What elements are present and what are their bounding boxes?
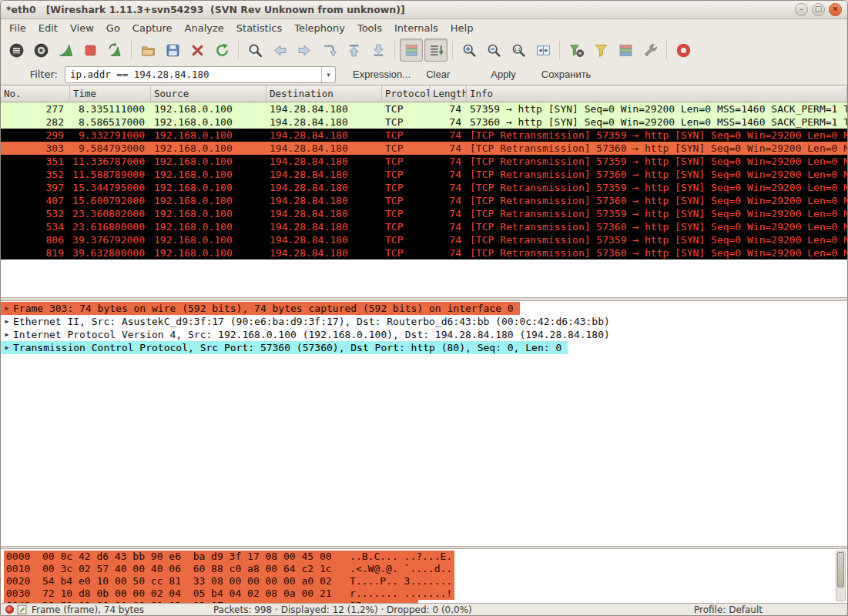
packet-row[interactable]: 80639.376792000192.168.0.100194.28.84.18… — [1, 233, 847, 246]
hex-row[interactable]: 0030 72 10 d8 0b 00 00 02 04 05 b4 04 02… — [4, 588, 847, 600]
save-file-icon[interactable] — [161, 38, 184, 62]
reload-icon[interactable] — [210, 38, 233, 62]
menu-capture[interactable]: Capture — [126, 21, 179, 35]
detail-row-ip[interactable]: ▶Internet Protocol Version 4, Src: 192.1… — [1, 328, 847, 341]
coloring-rules-icon[interactable] — [614, 38, 637, 62]
hex-row[interactable]: 0040 38 50 00 00 00 00 01 03 03 07 8P...… — [4, 600, 847, 603]
go-last-icon[interactable] — [367, 38, 390, 62]
expert-info-icon[interactable] — [5, 605, 14, 614]
hex-row[interactable]: 0010 00 3c 02 57 40 00 40 06 60 88 c0 a8… — [4, 563, 847, 575]
packet-row[interactable]: 40715.600792000192.168.0.100194.28.84.18… — [1, 194, 847, 207]
maximize-button[interactable]: □ — [812, 3, 825, 16]
col-no[interactable]: No. — [1, 85, 70, 102]
packet-info: [TCP Retransmission] 57360 → http [SYN] … — [467, 220, 847, 233]
auto-scroll-toggle[interactable] — [424, 38, 447, 62]
col-info[interactable]: Info — [467, 85, 847, 102]
packet-row[interactable]: 53223.360802000192.168.0.100194.28.84.18… — [1, 207, 847, 220]
packet-row[interactable]: 35111.336787000192.168.0.100194.28.84.18… — [1, 155, 847, 168]
packet-row[interactable]: 35211.588789000192.168.0.100194.28.84.18… — [1, 168, 847, 181]
go-to-packet-icon[interactable] — [317, 38, 340, 62]
menu-tools[interactable]: Tools — [351, 21, 388, 35]
capture-interfaces-icon[interactable] — [5, 38, 28, 62]
packet-no: 299 — [1, 129, 70, 142]
zoom-100-icon[interactable]: 1:1 — [507, 38, 530, 62]
scrollbar-thumb[interactable] — [837, 552, 844, 588]
hex-line[interactable]: 0030 72 10 d8 0b 00 00 02 04 05 b4 04 02… — [4, 588, 454, 600]
start-capture-icon[interactable] — [54, 38, 77, 62]
packet-row[interactable]: 2999.332791000192.168.0.100194.28.84.180… — [1, 129, 847, 142]
packet-row[interactable]: 53423.616800000192.168.0.100194.28.84.18… — [1, 220, 847, 233]
minimize-button[interactable]: – — [795, 3, 808, 16]
display-filters-icon[interactable] — [589, 38, 612, 62]
chevron-down-icon[interactable]: ▾ — [321, 67, 335, 82]
packet-length: 74 — [430, 194, 467, 207]
expander-icon[interactable]: ▶ — [1, 328, 13, 341]
vertical-scrollbar[interactable] — [836, 551, 846, 601]
save-filter-button[interactable]: Сохранить — [538, 67, 595, 82]
packet-destination: 194.28.84.180 — [266, 246, 382, 259]
packet-length: 74 — [430, 142, 467, 155]
hex-line[interactable]: 0020 54 b4 e0 10 00 50 cc 81 33 08 00 00… — [4, 575, 454, 588]
go-forward-icon[interactable] — [293, 38, 316, 62]
menu-statistics[interactable]: Statistics — [230, 21, 288, 35]
help-icon[interactable] — [672, 38, 695, 62]
packet-time: 11.588789000 — [70, 168, 151, 181]
apply-button[interactable]: Apply — [488, 67, 519, 82]
menu-telephony[interactable]: Telephony — [288, 21, 351, 35]
colorize-packet-list-toggle[interactable] — [400, 38, 423, 62]
hex-line[interactable]: 0040 38 50 00 00 00 00 01 03 03 07 8P...… — [4, 600, 418, 603]
go-first-icon[interactable] — [342, 38, 365, 62]
close-button[interactable]: ✕ — [829, 3, 842, 16]
resize-columns-icon[interactable] — [531, 38, 555, 62]
packet-row[interactable]: 39715.344795000192.168.0.100194.28.84.18… — [1, 181, 847, 194]
expander-icon[interactable]: ▶ — [1, 302, 13, 315]
go-back-icon[interactable] — [268, 38, 291, 62]
hex-line[interactable]: 0010 00 3c 02 57 40 00 40 06 60 88 c0 a8… — [4, 563, 454, 575]
expander-icon[interactable]: ▶ — [1, 315, 13, 328]
menu-edit[interactable]: Edit — [32, 21, 64, 35]
packet-time: 39.632800000 — [70, 246, 151, 259]
menu-file[interactable]: File — [3, 21, 32, 35]
packet-time: 9.584793000 — [70, 142, 151, 155]
close-file-icon[interactable] — [186, 38, 209, 62]
col-protocol[interactable]: Protocol — [382, 85, 430, 102]
zoom-in-icon[interactable] — [458, 38, 481, 62]
filter-input[interactable] — [65, 67, 321, 82]
packet-row[interactable]: 81939.632800000192.168.0.100194.28.84.18… — [1, 246, 847, 259]
restart-capture-icon[interactable] — [103, 38, 126, 62]
packet-row[interactable]: 2828.586517000192.168.0.100194.28.84.180… — [1, 116, 847, 129]
col-destination[interactable]: Destination — [266, 85, 382, 102]
detail-row-frame[interactable]: ▶Frame 303: 74 bytes on wire (592 bits),… — [1, 302, 847, 315]
packet-details-pane: ▶Frame 303: 74 bytes on wire (592 bits),… — [1, 301, 847, 546]
stop-capture-icon[interactable] — [79, 38, 102, 62]
col-time[interactable]: Time — [70, 85, 151, 102]
packet-protocol: TCP — [382, 168, 430, 181]
capture-filters-icon[interactable] — [565, 38, 588, 62]
menu-internals[interactable]: Internals — [388, 21, 444, 35]
col-length[interactable]: Length — [430, 85, 467, 102]
packet-list-pane: No. Time Source Destination Protocol Len… — [1, 85, 847, 297]
detail-row-tcp[interactable]: ▶Transmission Control Protocol, Src Port… — [1, 341, 847, 354]
find-packet-icon[interactable] — [243, 38, 266, 62]
packet-row[interactable]: 2778.335111000192.168.0.100194.28.84.180… — [1, 102, 847, 116]
capture-options-icon[interactable] — [29, 38, 52, 62]
col-source[interactable]: Source — [151, 85, 266, 102]
detail-row-ethernet[interactable]: ▶Ethernet II, Src: AsustekC_d9:3f:17 (90… — [1, 315, 847, 328]
menu-view[interactable]: View — [64, 21, 100, 35]
open-file-icon[interactable] — [136, 38, 159, 62]
expander-icon[interactable]: ▶ — [1, 341, 13, 354]
menu-analyze[interactable]: Analyze — [179, 21, 230, 35]
capture-comment-icon[interactable] — [17, 604, 27, 614]
hex-row[interactable]: 0020 54 b4 e0 10 00 50 cc 81 33 08 00 00… — [4, 575, 847, 588]
menu-go[interactable]: Go — [100, 21, 126, 35]
status-profile[interactable]: Profile: Default — [694, 604, 763, 615]
clear-button[interactable]: Clear — [423, 67, 453, 82]
menu-help[interactable]: Help — [444, 21, 480, 35]
zoom-out-icon[interactable] — [482, 38, 505, 62]
packet-row-selected[interactable]: 3039.584793000192.168.0.100194.28.84.180… — [1, 142, 847, 155]
preferences-icon[interactable] — [639, 38, 662, 62]
titlebar[interactable]: *eth0 [Wireshark 1.11.3+svn54293 (SVN Re… — [1, 1, 847, 19]
hex-row[interactable]: 0000 00 0c 42 d6 43 bb 90 e6 ba d9 3f 17… — [4, 551, 847, 563]
hex-line[interactable]: 0000 00 0c 42 d6 43 bb 90 e6 ba d9 3f 17… — [4, 551, 454, 563]
expression-button[interactable]: Expression... — [350, 67, 414, 82]
